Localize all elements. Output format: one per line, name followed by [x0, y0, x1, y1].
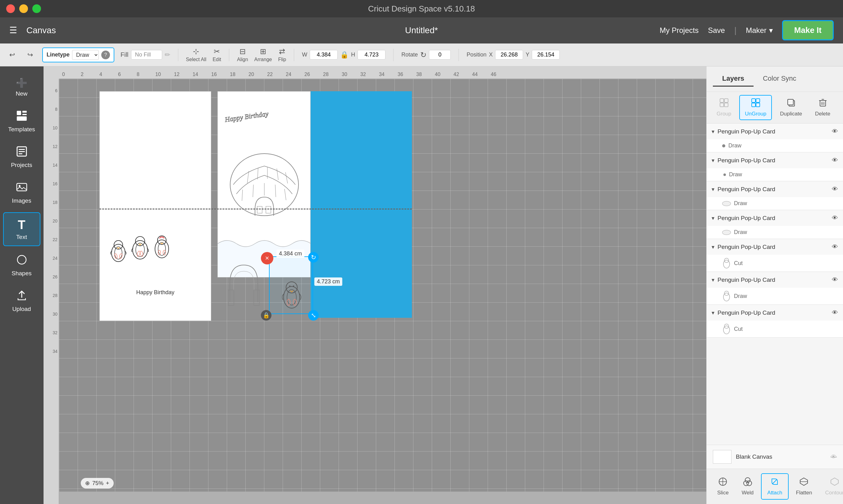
eye-icon-7[interactable]: 👁: [832, 309, 838, 316]
width-input[interactable]: [310, 50, 338, 59]
blank-canvas-eye-icon[interactable]: 👁: [830, 453, 837, 461]
ungroup-button[interactable]: UnGroup: [739, 95, 772, 120]
layer-parent-3[interactable]: ▾ Penguin Pop-Up Card 👁: [707, 181, 843, 197]
divider-2: [229, 49, 229, 61]
eye-icon-2[interactable]: 👁: [832, 157, 838, 164]
eye-icon-5[interactable]: 👁: [832, 243, 838, 250]
resize-handle[interactable]: ⤡: [308, 310, 319, 321]
flatten-button[interactable]: Flatten: [791, 474, 818, 499]
tab-layers[interactable]: Layers: [713, 71, 754, 87]
svg-line-33: [242, 190, 243, 201]
layer-group-7: ▾ Penguin Pop-Up Card 👁 Cut: [707, 305, 843, 338]
layer-child-7[interactable]: Cut: [707, 321, 843, 337]
separator: |: [734, 25, 737, 35]
zoom-plus-icon[interactable]: +: [106, 480, 109, 487]
layer-child-icon-4: [722, 230, 731, 235]
ruler-top: 0 2 4 6 8 10 12 14 16 18 20 22 24 26 28 …: [59, 67, 706, 79]
layer-parent-1[interactable]: ▾ Penguin Pop-Up Card 👁: [707, 124, 843, 139]
sidebar-item-upload[interactable]: Upload: [3, 285, 40, 318]
eye-icon-4[interactable]: 👁: [832, 214, 838, 221]
svg-line-32: [286, 172, 288, 183]
lock-icon[interactable]: 🔒: [340, 51, 348, 59]
arrange-icon: ⊞: [260, 47, 266, 56]
sidebar-item-text[interactable]: T Text: [3, 212, 40, 246]
layer-group-5: ▾ Penguin Pop-Up Card 👁 Cut: [707, 239, 843, 272]
layer-child-2[interactable]: Draw: [707, 168, 843, 181]
layer-parent-5[interactable]: ▾ Penguin Pop-Up Card 👁: [707, 239, 843, 255]
pos-y-input[interactable]: [532, 50, 560, 59]
width-label: W: [302, 52, 307, 58]
pos-y-label: Y: [526, 52, 529, 58]
layer-child-5[interactable]: Cut: [707, 255, 843, 272]
minimize-button[interactable]: [19, 4, 28, 13]
my-projects-link[interactable]: My Projects: [660, 26, 699, 35]
layer-child-4[interactable]: Draw: [707, 226, 843, 239]
fill-pencil-icon[interactable]: ✏: [165, 51, 170, 59]
layer-child-6[interactable]: Draw: [707, 288, 843, 304]
redo-button[interactable]: ↪: [24, 49, 36, 61]
save-link[interactable]: Save: [708, 26, 725, 35]
height-input[interactable]: [358, 50, 385, 59]
eye-icon-6[interactable]: 👁: [832, 276, 838, 283]
canvas-label: Canvas: [27, 25, 56, 35]
attach-button[interactable]: Attach: [761, 473, 788, 500]
pos-x-label: X: [489, 52, 493, 58]
rotate-input[interactable]: [429, 50, 451, 59]
make-it-button[interactable]: Make It: [782, 20, 834, 40]
linetype-help-button[interactable]: ?: [101, 51, 110, 59]
eye-icon-3[interactable]: 👁: [832, 185, 838, 193]
canvas-area[interactable]: 0 2 4 6 8 10 12 14 16 18 20 22 24 26 28 …: [44, 67, 706, 504]
duplicate-button[interactable]: Duplicate: [775, 95, 807, 120]
canvas-content[interactable]: Happy Birthday Happy Birthday: [59, 79, 706, 491]
fill-value[interactable]: No Fill: [131, 50, 162, 59]
layer-child-icon-5: [722, 258, 731, 268]
select-all-group[interactable]: ⊹ Select All: [186, 47, 207, 62]
upload-icon: [16, 290, 27, 304]
weld-button[interactable]: Weld: [736, 474, 759, 499]
ungroup-label: UnGroup: [745, 111, 766, 117]
group-button[interactable]: Group: [711, 95, 736, 120]
sidebar-label-upload: Upload: [12, 306, 31, 312]
tab-color-sync[interactable]: Color Sync: [754, 71, 806, 87]
layer-parent-7[interactable]: ▾ Penguin Pop-Up Card 👁: [707, 305, 843, 321]
layer-parent-4[interactable]: ▾ Penguin Pop-Up Card 👁: [707, 210, 843, 226]
selection-box[interactable]: [269, 256, 313, 314]
linetype-select[interactable]: Draw Cut Score: [72, 50, 99, 60]
sidebar-item-shapes[interactable]: Shapes: [3, 249, 40, 282]
sidebar-item-templates[interactable]: Templates: [3, 105, 40, 138]
layer-name-1: Penguin Pop-Up Card: [718, 128, 829, 135]
eye-icon-1[interactable]: 👁: [832, 128, 838, 135]
sidebar-label-shapes: Shapes: [12, 270, 31, 277]
menu-button[interactable]: ☰: [9, 25, 17, 35]
sidebar-item-projects[interactable]: Projects: [3, 141, 40, 174]
sidebar-item-images[interactable]: Images: [3, 177, 40, 209]
arrange-group[interactable]: ⊞ Arrange: [254, 47, 272, 62]
rotate-handle[interactable]: ↻: [308, 252, 319, 263]
lock-handle[interactable]: 🔒: [261, 310, 272, 321]
close-handle[interactable]: ×: [261, 252, 273, 265]
edit-group[interactable]: ✂ Edit: [212, 47, 221, 62]
close-button[interactable]: [6, 4, 15, 13]
align-group[interactable]: ⊟ Align: [237, 47, 248, 62]
delete-button[interactable]: Delete: [810, 95, 835, 120]
linetype-label: Linetype: [47, 52, 70, 58]
topbar: ☰ Canvas Untitled* My Projects Save | Ma…: [0, 17, 843, 43]
pos-x-input[interactable]: [495, 50, 523, 59]
maker-dropdown[interactable]: Maker ▾: [746, 26, 773, 35]
select-all-icon: ⊹: [193, 47, 199, 56]
birthday-text-1: Happy Birthday: [136, 289, 174, 296]
contour-button[interactable]: Contour: [820, 474, 843, 499]
weld-icon: [743, 477, 752, 488]
layer-child-1[interactable]: Draw: [707, 139, 843, 152]
toolbar: ↩ ↪ Linetype Draw Cut Score ? Fill No Fi…: [0, 43, 843, 67]
undo-button[interactable]: ↩: [6, 49, 18, 61]
flip-group[interactable]: ⇄ Flip: [278, 47, 286, 62]
zoom-indicator[interactable]: ⊕ 75% +: [81, 478, 114, 488]
layer-parent-2[interactable]: ▾ Penguin Pop-Up Card 👁: [707, 152, 843, 168]
sidebar-item-new[interactable]: ➕ New: [3, 73, 40, 102]
maximize-button[interactable]: [32, 4, 41, 13]
divider-5: [459, 49, 459, 61]
layer-child-3[interactable]: Draw: [707, 197, 843, 210]
slice-button[interactable]: Slice: [711, 474, 734, 499]
layer-parent-6[interactable]: ▾ Penguin Pop-Up Card 👁: [707, 272, 843, 288]
